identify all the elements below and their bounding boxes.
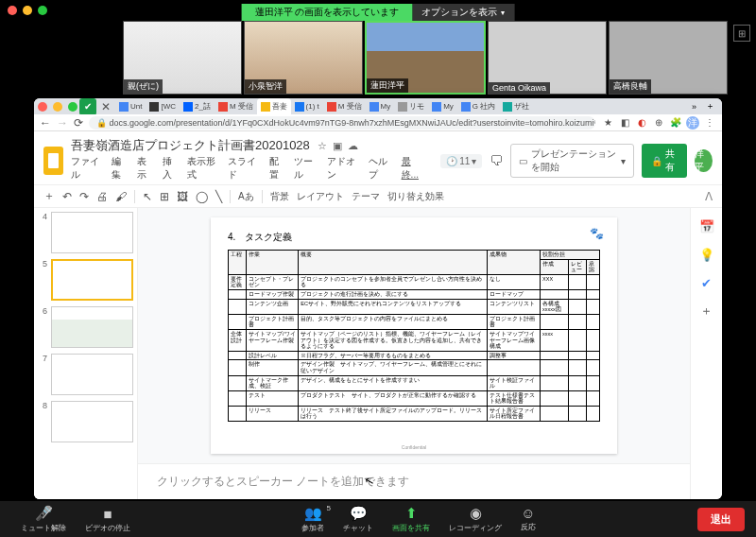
menu-addons[interactable]: アドオン	[327, 155, 358, 182]
video-tile[interactable]: Genta Oikawa	[488, 21, 607, 95]
slides-toolbar: ＋ ↶ ↷ 🖨 🖌 ↖ ⊞ 🖼 ◯ ╲ Aあ 背景 レイアウト テーマ 切り替え…	[34, 184, 722, 208]
share-screen-button[interactable]: ⬆画面を共有	[383, 505, 439, 533]
keep-icon[interactable]: 💡	[698, 246, 715, 263]
overflow-icon[interactable]: »	[688, 102, 700, 112]
browser-tab[interactable]: (1) t	[291, 98, 323, 114]
present-button[interactable]: ▭ プレゼンテーションを開始 ▾	[510, 144, 634, 178]
recording-button[interactable]: ◉レコーディング	[439, 505, 511, 533]
browser-tab[interactable]: My	[366, 98, 395, 114]
extension-icon[interactable]: ★	[601, 116, 614, 130]
spell-check-icon[interactable]: Aあ	[238, 190, 254, 203]
max-dot[interactable]	[38, 6, 47, 15]
browser-tab[interactable]: Unt	[115, 98, 146, 114]
transition-button[interactable]: 切り替え効果	[387, 190, 444, 203]
slide-canvas[interactable]: 4. タスク定義 🐾 工程 作業 概要 成果物 役割分担 作成	[138, 208, 690, 463]
calendar-icon[interactable]: 📅	[698, 217, 715, 234]
browser-tab[interactable]: M受信	[323, 98, 366, 114]
video-tile[interactable]: 高橋良輔	[609, 21, 728, 95]
chat-button[interactable]: 💬チャット	[334, 505, 383, 533]
cloud-icon[interactable]: ☁	[348, 140, 358, 152]
share-button[interactable]: 🔒 共有	[642, 144, 687, 178]
collapse-toolbar-icon[interactable]: ᐱ	[705, 190, 713, 203]
shape-tool[interactable]: ◯	[196, 190, 208, 203]
theme-button[interactable]: テーマ	[352, 190, 380, 203]
reload-button[interactable]: ⟳	[74, 116, 83, 130]
mute-button[interactable]: 🎤̸ミュート解除	[11, 505, 76, 533]
menu-arrange[interactable]: 配置	[269, 155, 285, 182]
slide-thumb[interactable]	[51, 306, 133, 348]
speaker-notes[interactable]: クリックするとスピーカー ノートを追加できます	[138, 463, 690, 499]
slide-thumb[interactable]	[51, 354, 133, 395]
slide-thumb[interactable]	[51, 401, 133, 442]
video-tile[interactable]: 小泉智洋	[244, 21, 363, 95]
last-edit[interactable]: 最終...	[402, 155, 424, 182]
min-dot[interactable]	[23, 6, 32, 15]
print-button[interactable]: 🖨	[96, 190, 108, 203]
record-icon: ◉	[470, 505, 482, 522]
video-button[interactable]: ■ビデオの停止	[76, 506, 140, 533]
redo-button[interactable]: ↷	[79, 190, 89, 203]
comment-icon[interactable]: 🗨	[490, 153, 503, 168]
slides-logo-icon[interactable]	[43, 147, 63, 175]
document-title[interactable]: 吾妻嶺酒造店プロジェクト計画書20201028	[71, 137, 310, 154]
line-tool[interactable]: ╲	[215, 190, 222, 203]
extension-icon[interactable]: 🧩	[669, 116, 682, 130]
window-controls[interactable]	[8, 6, 47, 15]
add-icon[interactable]: ＋	[698, 303, 715, 320]
close-dot[interactable]	[8, 6, 17, 15]
menu-tools[interactable]: ツール	[294, 155, 318, 182]
video-tile[interactable]: 親(ぜに)	[123, 21, 242, 95]
extension-icons: ★ ◧ ◐ ⊕ 🧩 洋 ⋮	[601, 116, 716, 130]
browser-tab-active[interactable]: 吾妻	[257, 98, 291, 114]
textbox-tool[interactable]: ⊞	[160, 190, 169, 203]
comment-history-button[interactable]: 🕑 11 ▾	[440, 154, 482, 168]
browser-tab[interactable]: My	[428, 98, 457, 114]
profile-icon[interactable]: 洋	[686, 116, 699, 130]
extension-icon[interactable]: ⊕	[652, 116, 665, 130]
reactions-button[interactable]: ☺反応	[511, 505, 545, 533]
move-icon[interactable]: ▣	[333, 140, 342, 152]
browser-tab[interactable]: G社内	[457, 98, 499, 114]
browser-tab[interactable]: リモ	[394, 98, 428, 114]
menu-format[interactable]: 表示形式	[187, 155, 218, 182]
star-icon[interactable]: ☆	[318, 140, 327, 152]
menu-view[interactable]: 表示	[137, 155, 153, 182]
account-avatar[interactable]: 洋平	[695, 149, 713, 172]
menu-insert[interactable]: 挿入	[163, 155, 179, 182]
menu-edit[interactable]: 編集	[112, 155, 128, 182]
new-slide-button[interactable]: ＋	[43, 188, 55, 204]
thumbnail-panel[interactable]: 4 5 6 7 8	[34, 208, 138, 499]
browser-tab[interactable]: 2_話	[180, 98, 215, 114]
browser-tab[interactable]: ザ社	[499, 98, 533, 114]
select-tool[interactable]: ↖	[143, 190, 152, 203]
share-options-button[interactable]: オプションを表示 ▾	[412, 4, 514, 21]
gallery-view-button[interactable]: ⊞	[733, 25, 750, 42]
close-icon[interactable]: ✕	[98, 100, 113, 113]
slide-thumb[interactable]	[51, 212, 133, 253]
back-button[interactable]: ←	[40, 116, 51, 130]
tasks-icon[interactable]: ✔	[698, 274, 715, 291]
menu-icon[interactable]: ⋮	[703, 116, 716, 130]
extension-icon[interactable]: ◐	[635, 116, 648, 130]
video-tile-active[interactable]: 蓮田洋平	[365, 21, 486, 95]
new-tab-button[interactable]: ＋	[702, 100, 718, 113]
menu-help[interactable]: ヘルプ	[369, 155, 392, 182]
browser-tab[interactable]: [WC	[146, 98, 180, 114]
extension-icon[interactable]: ◧	[618, 116, 631, 130]
forward-button[interactable]: →	[57, 116, 68, 130]
paint-format-button[interactable]: 🖌	[115, 190, 127, 203]
leave-button[interactable]: 退出	[697, 508, 745, 531]
slide-thumb-active[interactable]	[51, 259, 133, 301]
undo-button[interactable]: ↶	[62, 190, 72, 203]
shield-icon[interactable]: ✔	[79, 98, 96, 114]
layout-button[interactable]: レイアウト	[297, 190, 344, 203]
menu-slide[interactable]: スライド	[228, 155, 259, 182]
chrome-tab-strip: ✔ ✕ Unt [WC 2_話 M受信 吾妻 (1) t M受信 My リモ M…	[34, 98, 722, 114]
image-tool[interactable]: 🖼	[177, 190, 188, 203]
browser-tab[interactable]: M受信	[215, 98, 257, 114]
participants-button[interactable]: 5👥参加者	[292, 505, 334, 533]
url-input[interactable]: 🔒 docs.google.com/presentation/d/1YFq0CX…	[89, 116, 595, 130]
slide[interactable]: 4. タスク定義 🐾 工程 作業 概要 成果物 役割分担 作成	[211, 217, 617, 454]
background-button[interactable]: 背景	[270, 190, 289, 203]
menu-file[interactable]: ファイル	[71, 155, 102, 182]
